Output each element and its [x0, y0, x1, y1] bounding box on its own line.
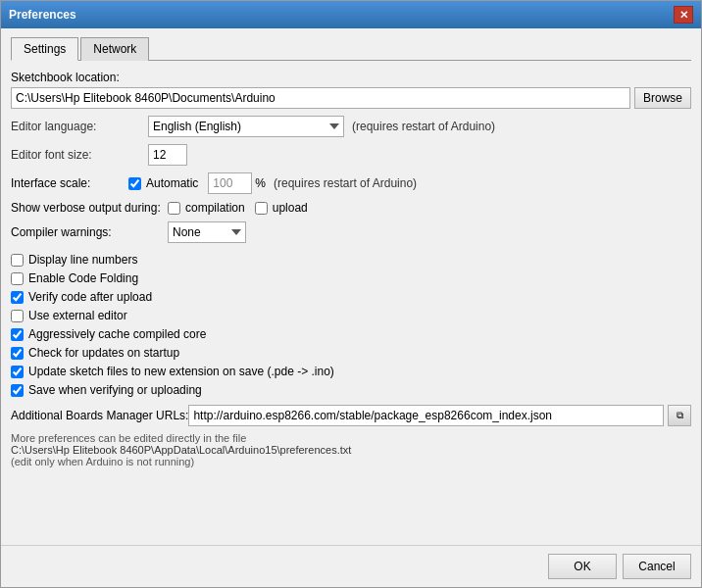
title-bar: Preferences ✕ — [1, 1, 701, 28]
verify-code-label[interactable]: Verify code after upload — [11, 290, 691, 304]
verify-code-checkbox[interactable] — [11, 291, 24, 304]
warnings-select[interactable]: None — [168, 221, 246, 243]
upload-checkbox[interactable] — [255, 202, 268, 215]
upload-label: upload — [273, 201, 308, 215]
sketchbook-row: Sketchbook location: Browse — [11, 71, 691, 109]
window-title: Preferences — [9, 8, 76, 22]
boards-url-section: Additional Boards Manager URLs: ⧉ — [11, 405, 691, 426]
editor-font-size-row: Editor font size: — [11, 144, 691, 166]
editor-language-label: Editor language: — [11, 120, 148, 133]
cancel-button[interactable]: Cancel — [623, 554, 691, 579]
aggressively-cache-label[interactable]: Aggressively cache compiled core — [11, 327, 691, 341]
tab-settings[interactable]: Settings — [11, 37, 78, 61]
update-sketch-label[interactable]: Update sketch files to new extension on … — [11, 365, 691, 378]
tab-bar: Settings Network — [11, 36, 691, 61]
form-section: Sketchbook location: Browse Editor langu… — [11, 71, 691, 537]
scale-percent-input[interactable] — [208, 172, 252, 194]
boards-url-input[interactable] — [188, 405, 664, 426]
verify-code-text: Verify code after upload — [28, 290, 152, 304]
language-note: (requires restart of Arduino) — [352, 120, 495, 133]
update-sketch-checkbox[interactable] — [11, 366, 24, 378]
aggressively-cache-text: Aggressively cache compiled core — [28, 327, 206, 341]
save-when-verifying-label[interactable]: Save when verifying or uploading — [11, 383, 691, 397]
upload-checkbox-label[interactable]: upload — [255, 201, 308, 215]
compiler-warnings-row: Compiler warnings: None — [11, 221, 691, 243]
sketchbook-label: Sketchbook location: — [11, 71, 120, 84]
boards-url-edit-icon: ⧉ — [677, 410, 683, 421]
aggressively-cache-checkbox[interactable] — [11, 328, 24, 341]
preferences-window: Preferences ✕ Settings Network Sketchboo… — [0, 0, 702, 588]
verbose-output-row: Show verbose output during: compilation … — [11, 201, 691, 215]
automatic-label: Automatic — [146, 176, 198, 190]
check-updates-checkbox[interactable] — [11, 347, 24, 360]
automatic-checkbox[interactable] — [128, 177, 141, 190]
external-editor-text: Use external editor — [28, 309, 127, 322]
editor-language-row: Editor language: English (English) (requ… — [11, 116, 691, 137]
bottom-bar: OK Cancel — [1, 545, 701, 587]
percent-symbol: % — [255, 176, 266, 190]
save-when-verifying-text: Save when verifying or uploading — [28, 383, 202, 397]
sketchbook-input-row: Browse — [11, 87, 691, 109]
percent-container: % — [208, 172, 266, 194]
compilation-label: compilation — [185, 201, 245, 215]
scale-note: (requires restart of Arduino) — [274, 176, 417, 190]
info-line2: C:\Users\Hp Elitebook 8460P\AppData\Loca… — [11, 444, 691, 456]
ok-button[interactable]: OK — [548, 554, 617, 579]
automatic-checkbox-label[interactable]: Automatic — [128, 176, 198, 190]
external-editor-label[interactable]: Use external editor — [11, 309, 691, 322]
info-line3: (edit only when Arduino is not running) — [11, 456, 691, 467]
verbose-label: Show verbose output during: — [11, 201, 168, 215]
external-editor-checkbox[interactable] — [11, 310, 24, 322]
checkbox-section: Display line numbers Enable Code Folding… — [11, 253, 691, 397]
main-content: Settings Network Sketchbook location: Br… — [1, 28, 701, 545]
info-line1: More preferences can be edited directly … — [11, 432, 691, 444]
language-select[interactable]: English (English) — [148, 116, 344, 137]
interface-scale-row: Interface scale: Automatic % (requires r… — [11, 172, 691, 194]
info-section: More preferences can be edited directly … — [11, 432, 691, 467]
check-updates-label[interactable]: Check for updates on startup — [11, 346, 691, 360]
boards-url-label: Additional Boards Manager URLs: — [11, 409, 188, 422]
check-updates-text: Check for updates on startup — [28, 346, 179, 360]
save-when-verifying-checkbox[interactable] — [11, 384, 24, 397]
editor-font-size-label: Editor font size: — [11, 148, 148, 162]
enable-code-folding-label[interactable]: Enable Code Folding — [11, 271, 691, 285]
sketchbook-input[interactable] — [11, 87, 630, 109]
display-line-numbers-checkbox[interactable] — [11, 254, 24, 267]
font-size-input[interactable] — [148, 144, 187, 166]
close-button[interactable]: ✕ — [674, 6, 693, 24]
compilation-checkbox[interactable] — [168, 202, 180, 215]
boards-url-edit-button[interactable]: ⧉ — [668, 405, 691, 426]
enable-code-folding-checkbox[interactable] — [11, 272, 24, 285]
tab-network[interactable]: Network — [80, 37, 149, 61]
interface-scale-label: Interface scale: — [11, 176, 128, 190]
enable-code-folding-text: Enable Code Folding — [28, 271, 138, 285]
compiler-warnings-label: Compiler warnings: — [11, 225, 168, 239]
update-sketch-text: Update sketch files to new extension on … — [28, 365, 334, 378]
display-line-numbers-label[interactable]: Display line numbers — [11, 253, 691, 267]
display-line-numbers-text: Display line numbers — [28, 253, 137, 267]
browse-button[interactable]: Browse — [634, 87, 691, 109]
compilation-checkbox-label[interactable]: compilation — [168, 201, 245, 215]
